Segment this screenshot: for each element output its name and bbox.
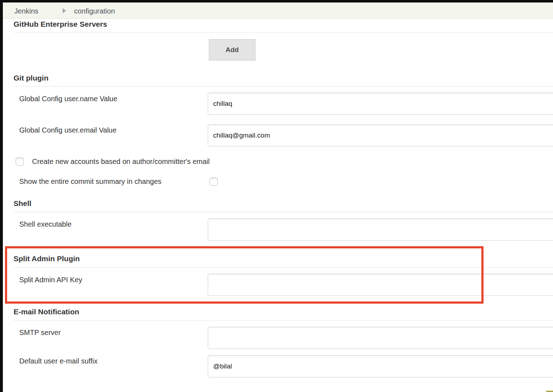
section-divider xyxy=(14,86,553,87)
breadcrumb-item-jenkins[interactable]: Jenkins xyxy=(14,7,38,15)
github-enterprise-servers-title: GitHub Enterprise Servers xyxy=(14,20,107,29)
git-user-name-input[interactable] xyxy=(208,93,553,115)
smtp-server-label: SMTP server xyxy=(19,329,61,337)
breadcrumb: Jenkins configuration xyxy=(3,2,553,19)
default-email-suffix-input[interactable] xyxy=(208,355,553,377)
breadcrumb-chevron-icon xyxy=(63,8,66,13)
shell-executable-input[interactable] xyxy=(208,218,553,241)
split-admin-api-key-input[interactable] xyxy=(208,274,553,296)
commit-summary-label: Show the entire commit summary in change… xyxy=(19,177,161,186)
email-notification-title: E-mail Notification xyxy=(14,308,79,316)
section-divider xyxy=(14,320,553,321)
git-user-email-input[interactable] xyxy=(208,124,553,146)
default-email-suffix-label: Default user e-mail suffix xyxy=(19,357,98,365)
section-divider xyxy=(14,32,553,32)
git-plugin-title: Git plugin xyxy=(14,74,48,82)
git-user-name-label: Global Config user.name Value xyxy=(19,95,117,103)
top-frame-bar xyxy=(0,0,553,2)
section-divider xyxy=(14,267,553,268)
jenkins-configuration-page: Jenkins configuration GitHub Enterprise … xyxy=(0,0,553,392)
git-user-email-label: Global Config user.email Value xyxy=(19,126,117,134)
section-divider xyxy=(14,212,553,212)
split-admin-plugin-title: Split Admin Plugin xyxy=(14,254,80,263)
create-accounts-label: Create new accounts based on author/comm… xyxy=(32,158,210,166)
left-frame-bar xyxy=(0,0,3,392)
split-admin-api-key-label: Split Admin API Key xyxy=(19,276,82,284)
breadcrumb-item-configuration[interactable]: configuration xyxy=(74,7,115,15)
cutoff-element-fragment xyxy=(546,390,553,392)
shell-executable-label: Shell executable xyxy=(19,220,72,228)
commit-summary-checkbox[interactable] xyxy=(210,177,218,186)
create-accounts-checkbox[interactable] xyxy=(16,158,24,166)
shell-title: Shell xyxy=(14,199,31,208)
smtp-server-input[interactable] xyxy=(208,327,553,349)
add-github-server-button[interactable]: Add xyxy=(209,39,255,61)
